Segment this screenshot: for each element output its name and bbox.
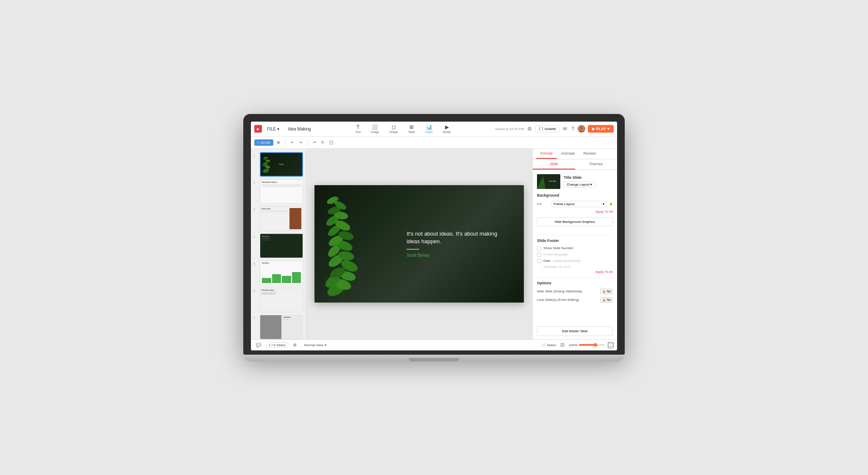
comment-button[interactable]: ✉: [562, 125, 568, 133]
play-button[interactable]: ▶ PLAY ▾: [588, 125, 614, 133]
slide-num-4: 4: [253, 233, 258, 238]
slide-thumb-5[interactable]: 5 Idea Makers: [253, 261, 303, 285]
fill-select[interactable]: Follow Layout ▾: [551, 201, 606, 207]
slide-text-area: It's not about ideas. It's about making …: [406, 230, 507, 258]
slide-num-2: 2: [253, 179, 258, 184]
file-menu[interactable]: FILE ▾: [265, 126, 281, 132]
thumb-content-2: Making Ideas Happen: [260, 180, 303, 203]
help-button[interactable]: ⚙: [526, 125, 533, 133]
zoom-thumb[interactable]: [594, 343, 597, 347]
panel-layout-info: Title Slide Change Layout ▾: [564, 175, 613, 188]
file-arrow-icon: ▾: [277, 127, 279, 131]
user-avatar[interactable]: [578, 125, 585, 133]
lock-icon-small2: 🔒: [602, 298, 606, 302]
table-label: Table: [408, 131, 415, 133]
tab-slide[interactable]: Slide: [533, 159, 575, 169]
slide-layout-button[interactable]: ⊞: [275, 139, 282, 145]
toolbar-image[interactable]: ⬜ Image: [369, 123, 381, 134]
slide-thumb-3[interactable]: 3 Gallery Ideas: [253, 206, 303, 231]
image-icon: ⬜: [372, 124, 378, 130]
svg-point-1: [580, 127, 583, 129]
play-label: PLAY: [596, 127, 606, 131]
svg-text:Title Slide: Title Slide: [549, 180, 556, 182]
share-button[interactable]: ⤴ ⤴ SHARE: [535, 125, 559, 133]
slide-thumb-4[interactable]: 4 Making Ideas lorem ipsum text: [253, 233, 303, 258]
laptop-screen: ▶ FILE ▾ Idea Making T Text ⬜: [251, 122, 617, 350]
footer-message-checkbox[interactable]: [537, 253, 541, 257]
zoom-level: 100%: [569, 343, 577, 347]
toolbar-text[interactable]: T Text: [353, 123, 362, 134]
date-label: Date: [543, 259, 551, 263]
slide-thumb-7[interactable]: 7 Idea Makers team photo: [253, 315, 303, 339]
redo-button[interactable]: ↪: [298, 139, 304, 145]
lock-slide-toggle[interactable]: 🔒 No: [600, 297, 613, 303]
grid-view-button[interactable]: ⊞: [292, 342, 298, 348]
tab-review[interactable]: Review: [579, 149, 601, 159]
plus-icon: +: [257, 141, 259, 144]
toolbar-table[interactable]: ⊞ Table: [406, 123, 417, 134]
slide-quote: It's not about ideas. It's about making …: [406, 230, 507, 245]
hide-background-button[interactable]: Hide Background Graphics: [537, 217, 613, 226]
date-checkbox[interactable]: [537, 259, 541, 263]
text-icon: T: [356, 124, 359, 130]
shape-label: Shape: [389, 131, 398, 133]
view-selector[interactable]: Normal View ▾: [304, 343, 326, 347]
footer-message-row: Footer Message: [537, 253, 613, 257]
toolbar2: + SLIDE ⊞ ↩ ↪ ✂ ⎘ 📋: [251, 137, 617, 149]
logo-button[interactable]: ▶: [254, 125, 262, 133]
question-button[interactable]: ?: [570, 125, 575, 133]
toolbar-shape[interactable]: ◻ Shape: [388, 123, 400, 134]
show-slide-number-row: Show Slide Number: [537, 246, 613, 250]
image-label: Image: [371, 131, 379, 133]
toolbar-center: T Text ⬜ Image ◻ Shape ⊞: [311, 123, 495, 134]
apply-all-link-1[interactable]: Apply To All: [537, 210, 613, 214]
slide-num-3: 3: [253, 206, 258, 211]
fullscreen-button[interactable]: ⛶: [608, 342, 614, 348]
comments-button[interactable]: 💬: [254, 342, 263, 348]
toolbar-media[interactable]: ▶ Media: [441, 123, 453, 134]
laptop-container: ▶ FILE ▾ Idea Making T Text ⬜: [243, 114, 625, 361]
tab-themes[interactable]: Themes: [575, 159, 618, 169]
apply-all-link-2[interactable]: Apply To All: [537, 270, 613, 274]
laptop-base: [243, 355, 625, 361]
slide-thumb-2[interactable]: 2 Making Ideas Happen: [253, 179, 303, 204]
change-layout-button[interactable]: Change Layout ▾: [564, 181, 595, 188]
notes-button[interactable]: 📄 Notes: [542, 343, 556, 347]
thumb-line: [262, 185, 301, 185]
share-label: ⤴ SHARE: [542, 127, 556, 131]
slide-preview-3: Gallery Ideas: [260, 206, 303, 231]
show-slide-number-checkbox[interactable]: [537, 246, 541, 250]
notes-icon: 📄: [542, 343, 546, 347]
svg-point-6: [263, 156, 268, 160]
undo-button[interactable]: ↩: [289, 139, 296, 145]
paste-button[interactable]: 📋: [327, 139, 335, 145]
view-label: Normal View: [304, 343, 323, 347]
tab-format[interactable]: Format: [536, 149, 557, 159]
slide-thumb-1[interactable]: 1: [253, 152, 303, 177]
shape-icon: ◻: [392, 124, 396, 130]
thumb-content-3: Gallery Ideas: [260, 207, 303, 231]
slide-preview-1: Quote: [260, 152, 303, 177]
add-slide-button[interactable]: + SLIDE: [254, 139, 273, 146]
play-icon: ▶: [592, 127, 595, 131]
thumb-line: [262, 184, 301, 184]
thumb-line: [262, 186, 301, 186]
toolbar-chart[interactable]: 📊 Chart: [423, 123, 434, 134]
slide-thumb-6[interactable]: 6 Making Ideas Happen lorem ipsum dolor …: [253, 288, 303, 312]
hide-slide-toggle[interactable]: 🔒 No: [600, 289, 613, 294]
divider-1: [537, 235, 613, 235]
slide-canvas[interactable]: It's not about ideas. It's about making …: [314, 185, 524, 303]
cut-button[interactable]: ✂: [312, 139, 318, 145]
tab-animate[interactable]: Animate: [557, 149, 579, 159]
slide-num-6: 6: [253, 288, 258, 292]
thumb-right-3: [289, 208, 301, 229]
fill-lock-icon: 🔒: [609, 202, 613, 206]
right-panel-tabs: Format Animate Review: [533, 149, 617, 159]
copy-button[interactable]: ⎘: [320, 139, 326, 145]
edit-master-button[interactable]: Edit Master Slide: [537, 326, 613, 336]
thumb-content-1: Quote: [261, 153, 302, 176]
thumbnail-toggle-button[interactable]: ⊟: [559, 341, 565, 349]
text-label: Text: [355, 131, 361, 133]
panel-layout-title: Title Slide: [564, 175, 613, 180]
zoom-slider[interactable]: [579, 344, 604, 346]
